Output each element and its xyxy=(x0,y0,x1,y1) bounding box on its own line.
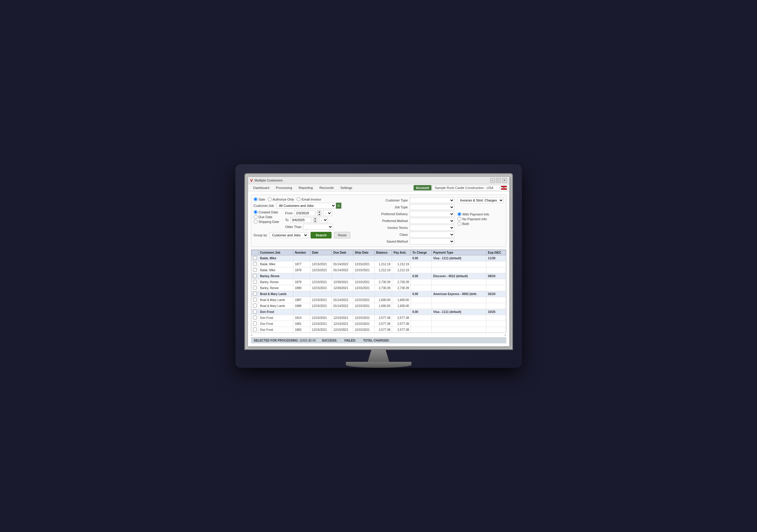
radio-created[interactable]: Created Date xyxy=(254,210,278,214)
radio-email-label: Email Invoice xyxy=(302,198,321,201)
row-pay-amt: 1,212.19 xyxy=(392,261,411,267)
row-checkbox[interactable] xyxy=(253,310,257,314)
row-checkbox[interactable] xyxy=(253,274,257,278)
preferred-method-select[interactable] xyxy=(410,218,454,224)
to-up[interactable]: ▲ xyxy=(313,217,317,220)
job-type-select[interactable] xyxy=(410,204,454,210)
radio-sale[interactable]: Sale xyxy=(254,197,265,201)
refresh-button[interactable]: ↻ xyxy=(336,203,341,209)
row-checkbox[interactable] xyxy=(253,268,257,272)
reset-button[interactable]: Reset xyxy=(334,232,350,238)
both-payment-radio[interactable] xyxy=(457,222,461,226)
menu-reporting[interactable]: Reporting xyxy=(296,185,316,190)
no-payment-label: No Payment Info xyxy=(463,217,487,221)
table-row[interactable]: Don Frost 1881 12/15/2021 12/15/2021 12/… xyxy=(251,321,506,327)
invoice-terms-select[interactable] xyxy=(410,225,454,231)
search-button[interactable]: Search xyxy=(311,232,332,238)
groupby-select[interactable]: Customer and Jobs xyxy=(269,232,308,238)
row-checkbox[interactable] xyxy=(253,286,257,290)
table-row[interactable]: Brad & Mary Lamb 1887 12/15/2021 01/14/2… xyxy=(251,297,506,303)
customer-type-select[interactable] xyxy=(410,197,454,203)
table-row[interactable]: Balak, Mike 0.00 Visa - 1111 (default) 1… xyxy=(251,255,506,261)
menu-bar: Dashboard Processing Reporting Reconcile… xyxy=(248,184,509,192)
row-customer: Brad & Mary Lamb xyxy=(258,297,293,303)
radio-email[interactable]: Email Invoice xyxy=(297,197,321,201)
from-input[interactable] xyxy=(294,210,316,216)
menu-dashboard[interactable]: Dashboard xyxy=(250,185,272,190)
flag-icon: 🇺🇸 xyxy=(501,186,507,190)
row-checkbox[interactable] xyxy=(253,262,257,266)
table-row[interactable]: Balak, Mike 1877 12/15/2021 01/14/2022 1… xyxy=(251,261,506,267)
row-exp: 02/24 xyxy=(486,291,506,297)
radio-sale-input[interactable] xyxy=(254,197,257,201)
table-row[interactable]: Barley, Renee 1879 12/15/2021 12/30/2021… xyxy=(251,279,506,285)
radio-authorize-input[interactable] xyxy=(268,197,272,201)
radio-email-input[interactable] xyxy=(297,197,300,201)
row-exp xyxy=(486,297,506,303)
maximize-button[interactable]: □ xyxy=(496,178,501,183)
radio-shipping-input[interactable] xyxy=(254,220,257,224)
saved-method-select[interactable] xyxy=(410,238,454,244)
table-scroll-area[interactable]: Customer:Job Number Date Due Date Ship D… xyxy=(251,249,506,333)
row-pay-amt: 1,600.00 xyxy=(392,297,411,303)
menu-processing[interactable]: Processing xyxy=(273,185,295,190)
row-checkbox[interactable] xyxy=(253,298,257,302)
radio-due[interactable]: Due Date xyxy=(254,215,272,219)
to-input[interactable] xyxy=(290,217,311,223)
class-select[interactable] xyxy=(410,232,454,238)
job-type-label: Job Type xyxy=(372,205,408,209)
row-due-date: 12/30/2021 xyxy=(332,279,353,285)
minimize-button[interactable]: — xyxy=(490,178,495,183)
table-row[interactable]: Don Frost 1814 12/15/2021 12/15/2021 12/… xyxy=(251,315,506,321)
saved-method-label: Saved Method xyxy=(372,239,408,243)
preferred-method-label: Preferred Method xyxy=(372,219,408,223)
close-button[interactable]: ✕ xyxy=(502,178,507,183)
row-number xyxy=(293,255,310,261)
date-section: Created Date Due Date xyxy=(254,210,367,231)
customer-job-select[interactable]: All Customers and Jobs xyxy=(276,203,336,209)
with-payment-info[interactable]: With Payment Info xyxy=(457,212,504,216)
scroll-right[interactable]: > xyxy=(504,333,506,337)
scroll-left[interactable]: < xyxy=(251,333,253,337)
row-checkbox-cell xyxy=(251,327,258,333)
col-due-date: Due Date xyxy=(332,250,353,255)
table-row[interactable]: Brad & Mary Lamb 1888 12/15/2021 01/14/2… xyxy=(251,303,506,309)
radio-created-input[interactable] xyxy=(254,210,257,214)
row-due-date: 01/14/2022 xyxy=(332,303,353,309)
to-period[interactable]: - xyxy=(319,217,328,223)
table-row[interactable]: Barley, Renee 1880 12/15/2021 12/30/2021… xyxy=(251,285,506,291)
row-checkbox[interactable] xyxy=(253,327,257,331)
no-payment-info[interactable]: No Payment Info xyxy=(457,217,504,221)
radio-authorize[interactable]: Authorize Only xyxy=(268,197,294,201)
row-ship-date: 12/15/2021 xyxy=(353,261,375,267)
from-down[interactable]: ▼ xyxy=(318,213,321,216)
radio-due-input[interactable] xyxy=(254,215,257,219)
menu-settings[interactable]: Settings xyxy=(338,185,355,190)
row-checkbox[interactable] xyxy=(253,322,257,325)
both-payment-info[interactable]: Both xyxy=(457,222,504,226)
no-payment-radio[interactable] xyxy=(457,217,461,221)
from-period[interactable]: - xyxy=(323,210,332,216)
menu-reconcile[interactable]: Reconcile xyxy=(316,185,337,190)
row-date: 12/15/2021 xyxy=(310,267,332,273)
row-checkbox[interactable] xyxy=(253,304,257,308)
table-row[interactable]: Barley, Renee 0.00 Discover - 0012 (defa… xyxy=(251,273,506,279)
table-row[interactable]: Don Frost 0.00 Visa - 1111 (default) 10/… xyxy=(251,309,506,315)
col-balance: Balance xyxy=(375,250,392,255)
row-pay-amt xyxy=(392,291,411,297)
table-row[interactable]: Balak, Mike 1878 12/15/2021 01/14/2022 1… xyxy=(251,267,506,273)
table-row[interactable]: Don Frost 1882 12/15/2021 12/15/2021 12/… xyxy=(251,327,506,333)
radio-shipping[interactable]: Shipping Date xyxy=(254,220,279,224)
table-row[interactable]: Brad & Mary Lamb 0.00 American Express -… xyxy=(251,291,506,297)
preferred-delivery-select[interactable] xyxy=(410,211,454,217)
selected-label: SELECTED FOR PROCESSING: xyxy=(254,339,299,342)
row-checkbox[interactable] xyxy=(253,256,257,260)
invoices-select[interactable]: Invoices & Stmt. Charges xyxy=(457,197,504,203)
row-checkbox[interactable] xyxy=(253,292,257,296)
with-payment-radio[interactable] xyxy=(457,212,461,216)
from-up[interactable]: ▲ xyxy=(318,210,321,213)
to-down[interactable]: ▼ xyxy=(313,220,317,223)
row-checkbox[interactable] xyxy=(253,280,257,284)
row-checkbox[interactable] xyxy=(253,316,257,320)
older-than-select[interactable] xyxy=(303,224,333,230)
